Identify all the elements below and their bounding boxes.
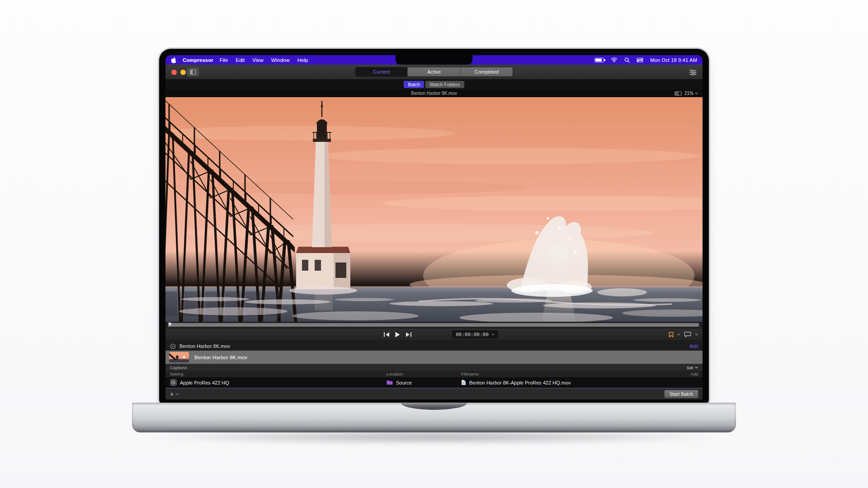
chevron-down-icon (491, 333, 495, 336)
chevron-down-icon[interactable] (677, 333, 680, 336)
status-segmented-control: Current Active Completed (355, 67, 513, 76)
minimize-button[interactable] (180, 70, 186, 75)
tab-current[interactable]: Current (355, 67, 408, 76)
source-media-icon (170, 343, 176, 349)
close-button[interactable] (171, 70, 177, 75)
split-view-icon[interactable] (675, 91, 682, 96)
zoom-level-value: 21% (684, 91, 693, 96)
skip-back-icon[interactable] (383, 332, 390, 337)
view-tabs: Batch Watch Folders (165, 80, 703, 89)
captions-row[interactable]: Captions Set (165, 364, 703, 371)
control-center-icon[interactable] (637, 58, 643, 62)
bookmark-icon[interactable] (669, 332, 674, 338)
macbook-display: Compressor File Edit View Window Help (165, 55, 703, 399)
batch-bottom-bar: + Start Batch (165, 388, 703, 399)
search-icon[interactable] (624, 57, 630, 63)
inspector-icon (689, 70, 697, 75)
menu-view[interactable]: View (252, 57, 264, 63)
output-location: Source (396, 380, 412, 385)
video-preview (165, 97, 703, 322)
transport-bar: 00:00:00:00 (165, 328, 703, 340)
tab-active[interactable]: Active (408, 67, 460, 76)
output-setting: Apple ProRes 422 HQ (180, 380, 229, 385)
column-setting: Setting (170, 371, 184, 376)
tab-batch[interactable]: Batch (404, 81, 424, 88)
job-name: Benton Harbor 8K.mov (179, 343, 230, 349)
chevron-down-icon[interactable] (176, 393, 179, 395)
source-thumbnail (169, 352, 189, 362)
menu-window[interactable]: Window (271, 57, 290, 63)
video-preview-image (165, 97, 703, 322)
macbook-lid: Compressor File Edit View Window Help (159, 49, 709, 404)
window-toolbar: Current Active Completed (165, 65, 703, 80)
apple-menu[interactable] (171, 57, 176, 63)
skip-forward-icon[interactable] (406, 332, 412, 337)
battery-icon[interactable] (594, 58, 604, 62)
captions-set-control[interactable]: Set (687, 365, 698, 370)
notch (396, 55, 472, 65)
add-output-link[interactable]: Add (689, 343, 698, 349)
app-menu-compressor[interactable]: Compressor (183, 57, 213, 63)
file-icon (461, 380, 466, 385)
timecode-value: 00:00:00:00 (456, 332, 489, 338)
menu-bar-clock[interactable]: Mon Oct 18 9:41 AM (650, 57, 697, 63)
compressor-setting-icon (170, 379, 177, 386)
set-label: Set (687, 365, 693, 370)
apple-icon (171, 57, 176, 63)
add-setting-link[interactable]: Add (690, 371, 698, 376)
menu-help[interactable]: Help (297, 57, 308, 63)
macbook-base (132, 403, 736, 432)
menu-edit[interactable]: Edit (236, 57, 245, 63)
column-location: Location (387, 371, 403, 376)
macbook-lid-scoop (401, 403, 467, 410)
scrubber-track[interactable] (169, 323, 699, 327)
chevron-down-icon (695, 366, 698, 369)
inspector-toggle-button[interactable] (689, 69, 697, 77)
output-columns-header: Setting Location Filename Add (165, 371, 703, 377)
job-header-row[interactable]: Benton Harbor 8K.mov Add (165, 342, 703, 351)
chevron-down-icon[interactable] (695, 333, 698, 336)
caption-bubble-icon[interactable] (684, 332, 691, 338)
sidebar-toggle-button[interactable] (187, 68, 199, 76)
output-filename: Benton Harbor 8K-Apple ProRes 422 HQ.mov (469, 380, 571, 385)
preview-title-bar: Benton Harbor 8K.mov 21% (165, 89, 703, 97)
tab-completed[interactable]: Completed (461, 67, 513, 76)
menu-file[interactable]: File (220, 57, 228, 63)
play-icon[interactable] (395, 332, 400, 338)
timecode-field[interactable]: 00:00:00:00 (452, 330, 498, 338)
zoom-level-control[interactable]: 21% (684, 91, 698, 96)
timeline-scrubber[interactable] (165, 322, 703, 328)
captions-label: Captions (170, 365, 187, 370)
folder-icon (387, 380, 393, 385)
source-row-selected[interactable]: Benton Harbor 8K.mov (165, 351, 703, 364)
tab-watch-folders[interactable]: Watch Folders (425, 81, 464, 88)
wifi-icon[interactable] (611, 57, 618, 62)
sidebar-toggle-icon (190, 70, 196, 75)
playhead-marker[interactable] (168, 322, 172, 328)
column-filename: Filename (461, 371, 479, 376)
chevron-down-icon (695, 92, 698, 94)
laptop-shadow (149, 429, 719, 445)
source-name: Benton Harbor 8K.mov (194, 355, 247, 360)
start-batch-button[interactable]: Start Batch (664, 390, 698, 399)
output-row[interactable]: Apple ProRes 422 HQ Source Benton Harbor… (165, 377, 703, 388)
add-job-button[interactable]: + (170, 391, 174, 397)
batch-panel: Benton Harbor 8K.mov Add (165, 340, 703, 399)
preview-title: Benton Harbor 8K.mov (411, 91, 457, 96)
